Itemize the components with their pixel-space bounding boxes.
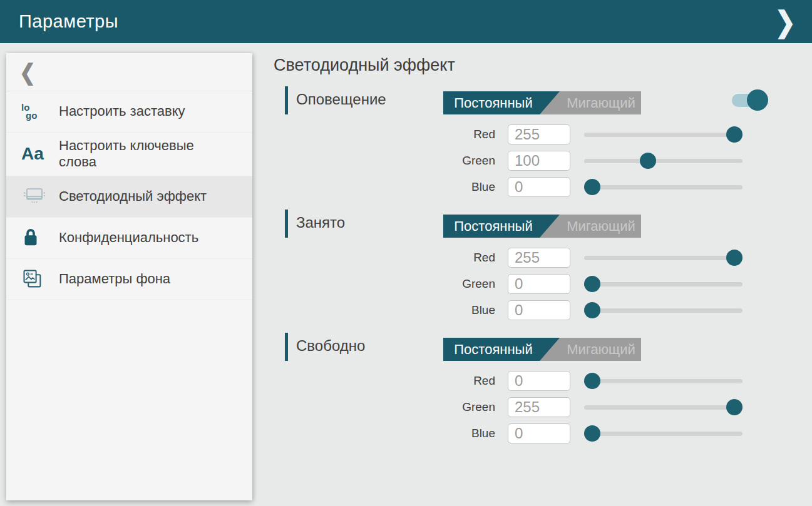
background-images-icon: [21, 268, 50, 290]
page-title: Параметры: [19, 11, 118, 32]
mode-constant-button[interactable]: Постоянный: [443, 338, 560, 361]
sidebar-item-privacy[interactable]: Конфиденциальность: [6, 218, 252, 259]
green-channel-row: Green: [272, 273, 812, 294]
section-free: Свободно Постоянный Мигающий Red Green: [272, 333, 812, 443]
red-slider[interactable]: [584, 248, 743, 267]
slider-track: [584, 405, 743, 410]
app-header: Параметры ❯: [0, 0, 812, 43]
sidebar-item-label: Светодиодный эффект: [59, 188, 207, 205]
green-slider-thumb[interactable]: [640, 153, 656, 169]
red-channel-row: Red: [272, 247, 812, 268]
green-slider-thumb[interactable]: [726, 399, 743, 415]
blue-slider-thumb[interactable]: [584, 302, 600, 318]
mode-blinking-button[interactable]: Мигающий: [561, 91, 641, 114]
rgb-channels: Red Green Blue: [272, 247, 812, 320]
green-channel-row: Green: [272, 150, 812, 171]
green-channel-row: Green: [272, 397, 812, 417]
green-label: Green: [451, 400, 495, 414]
red-value-input[interactable]: [508, 248, 570, 268]
section-title: Занято: [296, 214, 345, 231]
slider-track: [584, 256, 743, 260]
sidebar-item-led-effect[interactable]: Светодиодный эффект: [6, 176, 252, 218]
switch-knob: [747, 89, 768, 111]
slider-track: [584, 133, 743, 137]
mode-toggle[interactable]: Постоянный Мигающий: [443, 91, 641, 114]
sidebar-item-label: Конфиденциальность: [59, 230, 198, 246]
red-slider-thumb[interactable]: [726, 126, 743, 143]
red-slider-thumb[interactable]: [726, 250, 743, 266]
red-label: Red: [451, 128, 495, 141]
sidebar-item-label: Настроить заставку: [59, 103, 185, 119]
red-value-input[interactable]: [508, 124, 570, 144]
sidebar-item-background[interactable]: Параметры фона: [6, 259, 252, 300]
lock-icon: [21, 227, 50, 248]
led-display-icon: [21, 186, 50, 206]
blue-slider[interactable]: [584, 424, 743, 443]
sidebar-collapse-button[interactable]: ❮: [6, 53, 252, 91]
blue-channel-row: Blue: [272, 176, 812, 197]
blue-value-input[interactable]: [508, 177, 570, 197]
red-label: Red: [451, 374, 495, 388]
green-slider[interactable]: [584, 398, 743, 417]
blue-value-input[interactable]: [508, 423, 570, 443]
mode-constant-button[interactable]: Постоянный: [443, 91, 560, 114]
page-body: ❮ logo Настроить заставку Aa Настроить к…: [0, 43, 812, 500]
sidebar-item-label: Настроить ключевые слова: [59, 138, 220, 171]
section-notification: Оповещение Постоянный Мигающий Red: [272, 86, 812, 197]
chevron-right-icon[interactable]: ❯: [774, 8, 796, 36]
blue-channel-row: Blue: [272, 300, 812, 320]
section-accent-bar: [285, 333, 288, 361]
rgb-channels: Red Green Blue: [272, 124, 812, 197]
green-value-input[interactable]: [508, 151, 570, 171]
red-channel-row: Red: [272, 124, 812, 144]
section-title: Свободно: [296, 337, 365, 355]
green-slider-thumb[interactable]: [584, 276, 600, 292]
slider-track: [584, 308, 743, 313]
green-slider[interactable]: [584, 275, 743, 293]
green-value-input[interactable]: [508, 397, 570, 417]
mode-toggle[interactable]: Постоянный Мигающий: [443, 338, 641, 361]
blue-value-input[interactable]: [508, 300, 570, 320]
blue-channel-row: Blue: [272, 423, 812, 443]
red-slider-thumb[interactable]: [584, 373, 600, 389]
section-busy: Занято Постоянный Мигающий Red Green: [272, 210, 812, 320]
blue-label: Blue: [451, 303, 495, 317]
mode-blinking-button[interactable]: Мигающий: [561, 215, 641, 238]
panel-title: Светодиодный эффект: [274, 56, 812, 75]
slider-track: [584, 185, 743, 190]
section-accent-bar: [285, 210, 288, 238]
green-label: Green: [451, 154, 495, 168]
blue-slider-thumb[interactable]: [584, 179, 600, 195]
section-accent-bar: [285, 86, 288, 114]
led-effect-panel: Светодиодный эффект Оповещение Постоянны…: [252, 43, 812, 456]
red-channel-row: Red: [272, 370, 812, 391]
red-label: Red: [451, 251, 495, 265]
logo-icon: logo: [21, 104, 50, 120]
settings-sidebar: ❮ logo Настроить заставку Aa Настроить к…: [6, 53, 252, 500]
section-title: Оповещение: [296, 91, 386, 108]
mode-constant-button[interactable]: Постоянный: [443, 215, 560, 238]
sidebar-item-splash-screen[interactable]: logo Настроить заставку: [6, 91, 252, 133]
red-slider[interactable]: [584, 125, 743, 144]
blue-slider[interactable]: [584, 301, 743, 320]
slider-track: [584, 379, 743, 383]
mode-blinking-button[interactable]: Мигающий: [561, 338, 641, 361]
blue-slider-thumb[interactable]: [584, 425, 600, 442]
enable-switch[interactable]: [732, 89, 764, 111]
keywords-icon: Aa: [21, 144, 50, 164]
green-value-input[interactable]: [508, 274, 570, 294]
blue-slider[interactable]: [584, 178, 743, 196]
slider-track: [584, 432, 743, 436]
sidebar-item-label: Параметры фона: [59, 271, 170, 287]
slider-track: [584, 282, 743, 286]
red-slider[interactable]: [584, 372, 743, 390]
rgb-channels: Red Green Blue: [272, 370, 812, 443]
mode-toggle[interactable]: Постоянный Мигающий: [443, 215, 641, 238]
blue-label: Blue: [451, 427, 495, 440]
blue-label: Blue: [451, 180, 495, 194]
slider-track: [584, 159, 743, 163]
green-slider[interactable]: [584, 151, 743, 170]
red-value-input[interactable]: [508, 371, 570, 391]
sidebar-item-keywords[interactable]: Aa Настроить ключевые слова: [6, 133, 252, 176]
chevron-left-icon: ❮: [19, 59, 36, 86]
